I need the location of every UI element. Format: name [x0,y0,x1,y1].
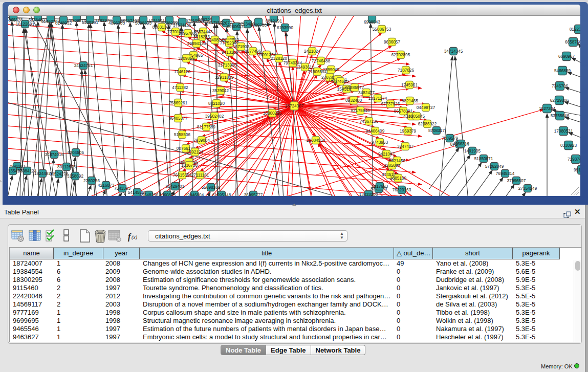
svg-text:34874016: 34874016 [45,152,64,157]
svg-text:1399049: 1399049 [323,68,339,72]
svg-text:5009788: 5009788 [250,23,267,28]
svg-text:36995777: 36995777 [244,193,263,196]
svg-text:80112805: 80112805 [57,165,76,169]
svg-text:62729806: 62729806 [550,98,569,103]
svg-text:1836736: 1836736 [181,163,198,168]
svg-text:29946804: 29946804 [185,193,204,196]
svg-text:2328120: 2328120 [271,56,287,61]
svg-text:f: f [128,232,132,242]
svg-text:71746488: 71746488 [312,59,331,63]
svg-text:2421024: 2421024 [304,49,320,54]
svg-text:39502402: 39502402 [205,114,224,119]
svg-text:75869261: 75869261 [169,101,188,105]
svg-text:18300295: 18300295 [263,111,282,116]
svg-text:7193745: 7193745 [568,157,580,162]
svg-text:1671902: 1671902 [233,45,249,49]
svg-text:3709859: 3709859 [178,56,194,61]
svg-text:2260256: 2260256 [83,179,100,183]
svg-text:34714345: 34714345 [444,49,463,54]
svg-text:4966319: 4966319 [453,142,469,146]
svg-text:5466889: 5466889 [554,69,571,73]
svg-text:8421020: 8421020 [208,101,225,106]
svg-text:3158692: 3158692 [67,174,83,179]
svg-text:55698169: 55698169 [202,185,221,190]
svg-text:31713900: 31713900 [218,63,237,68]
svg-text:3529042: 3529042 [212,89,229,93]
svg-text:9421047: 9421047 [378,152,395,157]
svg-text:67737826: 67737826 [381,102,400,106]
svg-text:32931839: 32931839 [215,75,234,80]
svg-text:00524278: 00524278 [50,172,69,177]
svg-text:7889579: 7889579 [442,136,458,141]
svg-text:74367136: 74367136 [360,119,379,124]
svg-text:04499727: 04499727 [417,105,435,110]
svg-text:61595148: 61595148 [212,193,231,196]
svg-text:62386922: 62386922 [418,122,437,126]
svg-text:6998543: 6998543 [364,20,380,25]
svg-text:13433200: 13433200 [359,192,378,196]
svg-text:53755646: 53755646 [551,114,570,118]
svg-text:7839084: 7839084 [193,138,210,143]
svg-text:82175946: 82175946 [351,108,370,113]
svg-text:3285884: 3285884 [384,163,400,168]
svg-text:4216073: 4216073 [98,183,114,188]
svg-text:6690967: 6690967 [558,54,575,59]
svg-text:1969379: 1969379 [400,129,416,134]
svg-text:1745961: 1745961 [401,83,418,87]
svg-text:49894134: 49894134 [187,41,206,46]
svg-text:13171274: 13171274 [368,96,387,101]
svg-text:18724007: 18724007 [285,104,304,108]
svg-text:80831367: 80831367 [153,25,171,30]
svg-text:27111161: 27111161 [191,173,209,178]
svg-text:5158506: 5158506 [174,133,190,137]
svg-text:3685160: 3685160 [390,176,406,181]
svg-text:94406409: 94406409 [366,129,385,134]
svg-text:62702895: 62702895 [391,53,410,57]
svg-text:1491905: 1491905 [464,149,481,154]
svg-text:76320163: 76320163 [393,188,411,192]
svg-text:0932480: 0932480 [345,98,362,103]
svg-text:57262849: 57262849 [485,164,504,169]
svg-text:37996507: 37996507 [507,179,526,183]
svg-text:0330923: 0330923 [560,143,577,148]
svg-text:65648236: 65648236 [140,193,159,196]
svg-text:1746120: 1746120 [174,70,190,74]
svg-text:7917693: 7917693 [372,184,388,189]
svg-text:4005045: 4005045 [408,114,425,119]
svg-text:9636057: 9636057 [384,40,400,45]
svg-text:6204505: 6204505 [68,150,84,155]
svg-text:4060883: 4060883 [159,193,176,196]
svg-text:(x): (x) [132,234,138,240]
svg-text:8708317: 8708317 [428,128,445,133]
svg-text:60385977: 60385977 [345,85,364,90]
svg-text:5674680: 5674680 [332,79,349,84]
svg-text:7346706: 7346706 [552,84,568,89]
svg-text:1824493: 1824493 [34,171,51,176]
svg-text:51850671: 51850671 [474,157,493,161]
svg-text:0812191: 0812191 [266,19,282,24]
svg-text:13493618: 13493618 [296,65,315,70]
svg-text:76945314: 76945314 [496,171,515,176]
svg-text:9912419: 9912419 [574,168,580,172]
svg-text:27354549: 27354549 [518,186,537,191]
svg-text:19384554: 19384554 [307,138,325,143]
svg-text:3482477: 3482477 [358,91,375,95]
svg-text:1592124: 1592124 [187,150,203,155]
svg-text:6658760: 6658760 [565,40,580,45]
svg-text:81223623: 81223623 [570,27,580,32]
svg-text:37631165: 37631165 [173,23,191,28]
svg-text:9743953: 9743953 [372,140,388,145]
svg-text:34624751: 34624751 [74,63,93,68]
svg-text:17080531: 17080531 [554,129,573,134]
svg-text:9821465: 9821465 [402,99,418,103]
svg-text:01429401: 01429401 [166,184,185,189]
svg-text:96405377: 96405377 [169,116,188,121]
svg-text:6193990: 6193990 [277,26,293,30]
svg-text:81177589: 81177589 [197,125,215,129]
svg-text:9413186: 9413186 [222,50,238,55]
svg-text:4711382: 4711382 [172,85,188,90]
svg-text:76615654: 76615654 [173,173,192,178]
svg-text:3747407: 3747407 [397,144,413,149]
svg-text:55886753: 55886753 [373,27,391,32]
svg-text:1627204: 1627204 [539,106,555,111]
